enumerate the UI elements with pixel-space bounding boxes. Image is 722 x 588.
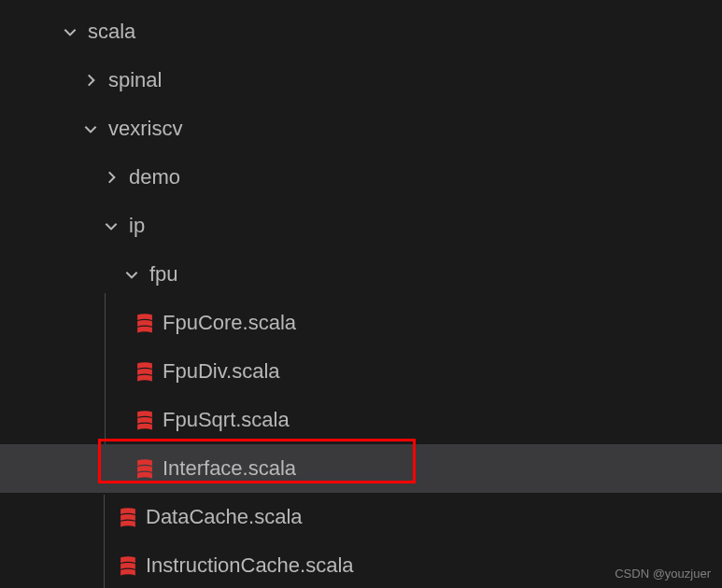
folder-label: vexriscv (108, 117, 182, 141)
tree-file-fpusqrt[interactable]: FpuSqrt.scala (0, 396, 722, 444)
chevron-down-icon (82, 120, 99, 137)
file-label: DataCache.scala (146, 505, 303, 529)
tree-file-interface[interactable]: Interface.scala (0, 444, 722, 493)
file-label: FpuCore.scala (163, 311, 296, 335)
tree-file-fpudiv[interactable]: FpuDiv.scala (0, 347, 722, 396)
scala-file-icon (120, 507, 136, 527)
watermark: CSDN @youzjuer (615, 567, 711, 581)
scala-file-icon (120, 555, 136, 576)
tree-folder-demo[interactable]: demo (0, 153, 722, 202)
folder-label: scala (88, 20, 135, 44)
file-label: FpuDiv.scala (163, 359, 280, 384)
folder-label: fpu (149, 262, 178, 287)
scala-file-icon (136, 313, 153, 333)
folder-label: spinal (108, 68, 162, 92)
chevron-down-icon (103, 217, 120, 234)
scala-file-icon (136, 410, 153, 430)
file-label: InstructionCache.scala (146, 553, 354, 578)
file-label: FpuSqrt.scala (163, 408, 290, 432)
chevron-right-icon (103, 169, 120, 186)
tree-file-fpucore[interactable]: FpuCore.scala (0, 299, 722, 347)
scala-file-icon (136, 458, 153, 479)
chevron-right-icon (82, 72, 99, 89)
tree-folder-fpu[interactable]: fpu (0, 250, 722, 299)
folder-label: demo (129, 165, 180, 189)
file-label: Interface.scala (163, 456, 296, 481)
folder-label: ip (129, 214, 145, 238)
tree-file-datacache[interactable]: DataCache.scala (0, 493, 722, 541)
file-tree: scala spinal vexriscv demo ip (0, 0, 722, 588)
chevron-down-icon (62, 23, 78, 40)
tree-folder-vexriscv[interactable]: vexriscv (0, 105, 722, 153)
tree-folder-ip[interactable]: ip (0, 202, 722, 250)
tree-file-instructioncache[interactable]: InstructionCache.scala (0, 541, 722, 588)
tree-folder-spinal[interactable]: spinal (0, 56, 722, 105)
chevron-down-icon (123, 266, 140, 283)
scala-file-icon (136, 361, 153, 382)
tree-folder-scala[interactable]: scala (0, 7, 722, 56)
